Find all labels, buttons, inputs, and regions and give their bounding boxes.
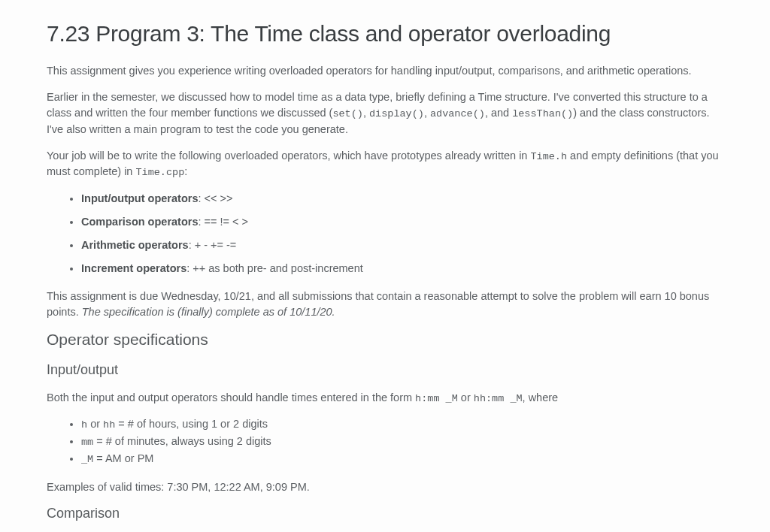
examples-paragraph: Examples of valid times: 7:30 PM, 12:22 … [47, 479, 723, 495]
code-hhmm: hh:mm _M [474, 393, 523, 404]
list-item: Comparison operators: == != < > [81, 214, 723, 230]
text: , [363, 107, 369, 119]
page-title: 7.23 Program 3: The Time class and opera… [47, 21, 723, 47]
op-cmp-label: Comparison operators [81, 216, 199, 228]
list-item: mm = # of minutes, always using 2 digits [81, 434, 723, 450]
text: : [184, 165, 187, 177]
subsection-input-output: Input/output [47, 362, 723, 378]
code-hmm: h:mm _M [415, 393, 458, 404]
text: , where [523, 391, 559, 404]
background-paragraph: Earlier in the semester, we discussed ho… [47, 89, 723, 138]
text: = # of minutes, always using 2 digits [93, 435, 271, 447]
code-display: display() [369, 108, 424, 119]
text: , and [485, 107, 512, 119]
op-cmp-detail: : == != < > [199, 216, 249, 228]
op-arith-label: Arithmetic operators [81, 239, 189, 251]
task-paragraph: Your job will be to write the following … [47, 148, 723, 180]
text: , [424, 107, 430, 119]
code-h: h [81, 419, 87, 431]
code-set: set() [332, 108, 363, 119]
text: = # of hours, using 1 or 2 digits [115, 418, 268, 430]
list-item: Input/output operators: << >> [81, 191, 723, 207]
op-arith-detail: : + - += -= [189, 239, 237, 251]
code-lessthan: lessThan() [512, 108, 573, 119]
list-item: h or hh = # of hours, using 1 or 2 digit… [81, 416, 723, 433]
op-io-label: Input/output operators [81, 192, 198, 204]
subsection-comparison: Comparison [47, 506, 723, 521]
code-advance: advance() [430, 108, 485, 119]
operators-list: Input/output operators: << >> Comparison… [47, 191, 723, 277]
op-io-detail: : << >> [198, 192, 232, 204]
text: Your job will be to write the following … [47, 150, 530, 162]
code-mm: mm [81, 437, 93, 448]
due-italic: The specification is (finally) complete … [82, 306, 335, 318]
due-paragraph: This assignment is due Wednesday, 10/21,… [47, 289, 723, 320]
code-time-cpp: Time.cpp [135, 167, 184, 178]
list-item: Arithmetic operators: + - += -= [81, 237, 723, 253]
list-item: Increment operators: ++ as both pre- and… [81, 261, 723, 277]
intro-paragraph: This assignment gives you experience wri… [47, 63, 723, 79]
code-hh: hh [103, 419, 115, 431]
code-m: _M [81, 454, 93, 465]
document-page: 7.23 Program 3: The Time class and opera… [0, 0, 770, 532]
text: or [458, 391, 474, 404]
io-intro-paragraph: Both the input and output operators shou… [47, 390, 723, 407]
text: = AM or PM [93, 452, 153, 464]
op-inc-detail: : ++ as both pre- and post-increment [186, 262, 363, 274]
text: or [87, 418, 103, 430]
section-operator-specifications: Operator specifications [47, 331, 723, 349]
code-time-h: Time.h [530, 151, 567, 162]
list-item: _M = AM or PM [81, 451, 723, 467]
op-inc-label: Increment operators [81, 262, 186, 274]
text: Both the input and output operators shou… [47, 391, 415, 404]
io-format-list: h or hh = # of hours, using 1 or 2 digit… [47, 416, 723, 467]
